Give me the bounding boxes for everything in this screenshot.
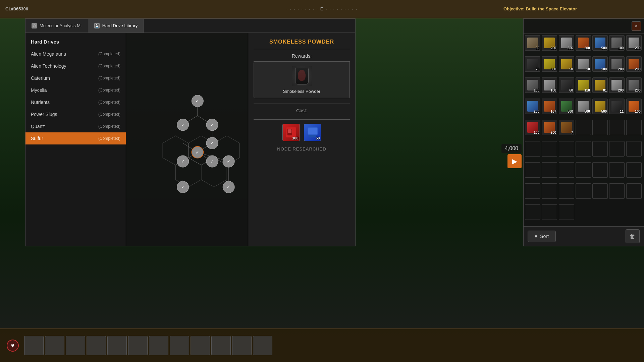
toolbar-slot-0[interactable] (24, 336, 44, 355)
inventory-slot-42[interactable] (525, 162, 540, 178)
toolbar-slot-3[interactable] (87, 336, 106, 355)
inventory-slot-45[interactable] (576, 162, 591, 178)
sidebar-item-alien-technology[interactable]: Alien Technology (Completed) (25, 60, 126, 72)
inventory-slot-9[interactable]: 50 (559, 56, 574, 72)
inventory-slot-2[interactable]: 306 (559, 35, 574, 51)
inventory-slot-20[interactable]: 200 (626, 77, 642, 93)
tab-molecular[interactable]: ⬡ Molecular Analysis M: (25, 19, 88, 33)
inventory-slot-4[interactable]: 500 (592, 35, 608, 51)
svg-text:✓: ✓ (227, 159, 230, 164)
inventory-slot-35[interactable] (525, 141, 540, 157)
toolbar-slot-8[interactable] (191, 336, 210, 355)
inventory-slot-24[interactable]: 500 (576, 99, 591, 114)
sidebar-item-sulfur[interactable]: Sulfur (Completed) (25, 132, 126, 144)
inventory-slot-49[interactable] (525, 183, 540, 199)
sidebar-item-power-slugs[interactable]: Power Slugs (Completed) (25, 108, 126, 120)
inventory-slot-16[interactable]: 60 (559, 77, 574, 93)
inventory-slot-12[interactable]: 200 (609, 56, 625, 72)
inventory-slot-46[interactable] (592, 162, 608, 178)
inventory-slot-21[interactable]: 200 (525, 99, 540, 114)
inventory-slot-31[interactable] (576, 120, 591, 135)
sidebar-item-caterium[interactable]: Caterium (Completed) (25, 72, 126, 84)
cost-items: 100 50 (248, 124, 355, 141)
arrow-button[interactable]: ▶ (507, 154, 522, 168)
inventory-slot-30[interactable]: 7 (559, 120, 574, 135)
inventory-slot-50[interactable] (542, 183, 557, 199)
toolbar-slot-6[interactable] (149, 336, 168, 355)
inventory-slot-38[interactable] (576, 141, 591, 157)
inventory-slot-32[interactable] (592, 120, 608, 135)
inventory-panel: × 50200306200500100200205005010100200200… (523, 18, 644, 246)
sort-icon: ≡ (535, 234, 537, 239)
toolbar-slot-2[interactable] (66, 336, 85, 355)
toolbar-slot-9[interactable] (211, 336, 231, 355)
inventory-slot-56[interactable] (525, 204, 540, 220)
tab-hard-drive[interactable]: 💾 Hard Drive Library (88, 19, 144, 33)
svg-text:✓: ✓ (210, 122, 214, 127)
inventory-slot-18[interactable]: 81 (592, 77, 608, 93)
svg-text:✓: ✓ (210, 159, 214, 164)
reward-icon (292, 66, 312, 86)
inventory-slot-3[interactable]: 200 (576, 35, 591, 51)
toolbar-slot-11[interactable] (253, 336, 272, 355)
inventory-slot-10[interactable]: 10 (576, 56, 591, 72)
inventory-slot-33[interactable] (609, 120, 625, 135)
inventory-slot-13[interactable]: 200 (626, 56, 642, 72)
inventory-slot-25[interactable]: 500 (592, 99, 608, 114)
inventory-slot-27[interactable]: 100 (626, 99, 642, 114)
inventory-slot-15[interactable]: 108 (542, 77, 557, 93)
inventory-slot-34[interactable] (626, 120, 642, 135)
sidebar-item-nutrients[interactable]: Nutrients (Completed) (25, 96, 126, 108)
inventory-slot-1[interactable]: 200 (542, 35, 557, 51)
inventory-slot-39[interactable] (592, 141, 608, 157)
inventory-slot-26[interactable]: 11 (609, 99, 625, 114)
sidebar-item-alien-technology-status: (Completed) (98, 64, 120, 68)
trash-button[interactable]: 🗑 (626, 229, 640, 243)
inventory-slot-5[interactable]: 100 (609, 35, 625, 51)
cost-item-sulfur: 100 (282, 124, 300, 141)
inventory-slot-28[interactable]: 100 (525, 120, 540, 135)
inventory-slot-40[interactable] (609, 141, 625, 157)
inventory-slot-22[interactable]: 167 (542, 99, 557, 114)
slot-count-5: 100 (618, 46, 624, 50)
inventory-slot-11[interactable]: 100 (592, 56, 608, 72)
detail-panel: SMOKELESS POWDER Rewards: Smokeless Powd… (248, 33, 355, 246)
inventory-slot-29[interactable]: 200 (542, 120, 557, 135)
inventory-slot-54[interactable] (609, 183, 625, 199)
slot-count-30: 7 (571, 131, 573, 134)
toolbar-slot-7[interactable] (170, 336, 189, 355)
inventory-slot-44[interactable] (559, 162, 574, 178)
inventory-slot-37[interactable] (559, 141, 574, 157)
inventory-slot-17[interactable]: 118 (576, 77, 591, 93)
inventory-slot-7[interactable]: 20 (525, 56, 540, 72)
svg-text:✓: ✓ (227, 184, 230, 189)
inventory-slot-43[interactable] (542, 162, 557, 178)
sidebar-item-mycelia[interactable]: Mycelia (Completed) (25, 84, 126, 96)
inventory-slot-55[interactable] (626, 183, 642, 199)
toolbar-slot-10[interactable] (232, 336, 252, 355)
sidebar-item-nutrients-status: (Completed) (98, 100, 120, 105)
inventory-slot-8[interactable]: 500 (542, 56, 557, 72)
toolbar-slot-1[interactable] (45, 336, 64, 355)
inventory-slot-53[interactable] (592, 183, 608, 199)
inventory-slot-47[interactable] (609, 162, 625, 178)
sidebar-item-quartz[interactable]: Quartz (Completed) (25, 120, 126, 132)
toolbar-slot-5[interactable] (128, 336, 148, 355)
inventory-slot-6[interactable]: 200 (626, 35, 642, 51)
sort-button[interactable]: ≡ Sort (528, 231, 556, 242)
close-button[interactable]: × (632, 21, 641, 31)
inventory-slot-48[interactable] (626, 162, 642, 178)
inventory-slot-19[interactable]: 200 (609, 77, 625, 93)
inventory-slot-58[interactable] (559, 204, 574, 220)
sidebar-item-alien-megafauna[interactable]: Alien Megafauna (Completed) (25, 48, 126, 60)
inventory-slot-0[interactable]: 50 (525, 35, 540, 51)
inventory-slot-14[interactable]: 100 (525, 77, 540, 93)
inventory-slot-51[interactable] (559, 183, 574, 199)
inventory-slot-41[interactable] (626, 141, 642, 157)
inventory-slot-36[interactable] (542, 141, 557, 157)
inventory-slot-52[interactable] (576, 183, 591, 199)
svg-text:✓: ✓ (196, 150, 199, 155)
inventory-slot-23[interactable]: 500 (559, 99, 574, 114)
inventory-slot-57[interactable] (542, 204, 557, 220)
toolbar-slot-4[interactable] (107, 336, 127, 355)
